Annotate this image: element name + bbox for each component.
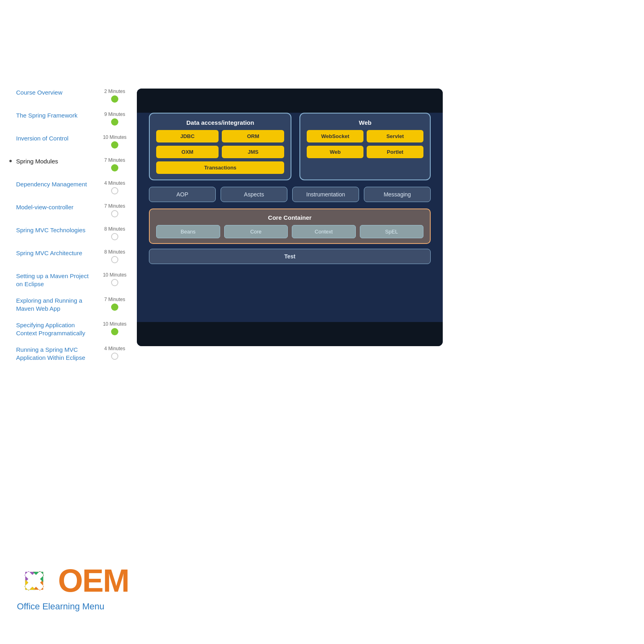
sidebar-item-label: Exploring and Running a Maven Web App xyxy=(16,297,101,312)
oem-text: OEM xyxy=(58,565,129,597)
spel-btn: SpEL xyxy=(360,225,424,238)
svg-marker-2 xyxy=(20,580,35,595)
content-area: Data access/integration JDBC ORM OXM JMS… xyxy=(137,89,644,370)
web-btn: Web xyxy=(307,146,363,158)
aop-box: AOP xyxy=(149,187,216,202)
sidebar-item-spring-framework[interactable]: The Spring Framework9 Minutes xyxy=(16,111,129,126)
sidebar-item-minutes: 2 Minutes xyxy=(104,89,125,94)
sidebar-item-label: Specifying Application Context Programma… xyxy=(16,321,101,337)
web-grid: WebSocket Servlet Web Portlet xyxy=(307,130,423,158)
diagram-container: Data access/integration JDBC ORM OXM JMS… xyxy=(137,89,443,346)
middle-row: AOP Aspects Instrumentation Messaging xyxy=(149,187,431,202)
sidebar-item-model-view-controller[interactable]: Model-view-controller7 Minutes xyxy=(16,203,129,217)
data-access-module: Data access/integration JDBC ORM OXM JMS… xyxy=(149,113,291,180)
sidebar-item-minutes: 8 Minutes xyxy=(104,249,125,255)
sidebar-item-meta: 9 Minutes xyxy=(101,111,129,126)
sidebar-item-dot xyxy=(111,279,118,286)
sidebar-item-dot xyxy=(111,210,118,217)
sidebar-item-label: Spring MVC Architecture xyxy=(16,249,101,257)
sidebar-item-dot xyxy=(111,233,118,240)
transactions-btn: Transactions xyxy=(156,161,284,174)
sidebar-item-label: Dependency Management xyxy=(16,180,101,188)
svg-marker-3 xyxy=(33,567,48,582)
diagram-inner: Data access/integration JDBC ORM OXM JMS… xyxy=(149,113,431,264)
sidebar-item-minutes: 8 Minutes xyxy=(104,226,125,232)
servlet-btn: Servlet xyxy=(367,130,423,142)
sidebar-item-label: Spring MVC Technologies xyxy=(16,226,101,234)
sidebar-item-meta: 7 Minutes xyxy=(101,203,129,217)
core-btn: Core xyxy=(224,225,288,238)
sidebar-item-dot xyxy=(111,95,118,103)
sidebar-item-dot xyxy=(111,141,118,149)
svg-marker-5 xyxy=(20,580,35,595)
sidebar-item-inversion-control[interactable]: Inversion of Control10 Minutes xyxy=(16,134,129,149)
svg-marker-1 xyxy=(33,580,48,595)
logo-row: OEM xyxy=(16,563,129,599)
jdbc-btn: JDBC xyxy=(156,130,219,142)
test-row: Test xyxy=(149,249,431,264)
sidebar-item-app-context[interactable]: Specifying Application Context Programma… xyxy=(16,321,129,337)
sidebar-item-minutes: 4 Minutes xyxy=(104,180,125,186)
sidebar-item-label: Spring Modules xyxy=(16,157,101,165)
sidebar-item-meta: 8 Minutes xyxy=(101,226,129,240)
data-access-title: Data access/integration xyxy=(156,119,284,126)
sidebar-item-minutes: 10 Minutes xyxy=(103,272,127,278)
sidebar-item-dot xyxy=(111,303,118,311)
sidebar-item-meta: 4 Minutes xyxy=(101,346,129,360)
sidebar-item-label: Model-view-controller xyxy=(16,203,101,211)
instrumentation-box: Instrumentation xyxy=(292,187,359,202)
sidebar: Course Overview2 MinutesThe Spring Frame… xyxy=(0,89,137,370)
jms-btn: JMS xyxy=(222,146,284,158)
sidebar-item-dot xyxy=(111,328,118,335)
sidebar-item-label: The Spring Framework xyxy=(16,111,101,120)
sidebar-item-meta: 10 Minutes xyxy=(101,321,129,335)
sidebar-item-label: Setting up a Maven Project on Eclipse xyxy=(16,272,101,288)
sidebar-item-maven-project[interactable]: Setting up a Maven Project on Eclipse10 … xyxy=(16,272,129,288)
sidebar-item-minutes: 7 Minutes xyxy=(104,157,125,163)
oem-logo-icon xyxy=(16,563,52,599)
context-btn: Context xyxy=(292,225,356,238)
beans-btn: Beans xyxy=(156,225,220,238)
sidebar-item-course-overview[interactable]: Course Overview2 Minutes xyxy=(16,89,129,103)
sidebar-item-spring-mvc-tech[interactable]: Spring MVC Technologies8 Minutes xyxy=(16,226,129,240)
oxm-btn: OXM xyxy=(156,146,219,158)
sidebar-item-meta: 2 Minutes xyxy=(101,89,129,103)
sidebar-item-spring-eclipse[interactable]: Running a Spring MVC Application Within … xyxy=(16,346,129,361)
websocket-btn: WebSocket xyxy=(307,130,363,142)
messaging-box: Messaging xyxy=(364,187,431,202)
web-title: Web xyxy=(307,119,423,126)
sidebar-item-dot xyxy=(111,164,118,171)
data-access-grid: JDBC ORM OXM JMS Transactions xyxy=(156,130,284,174)
sidebar-item-dot xyxy=(111,187,118,194)
main-container: Course Overview2 MinutesThe Spring Frame… xyxy=(0,0,644,370)
sidebar-item-meta: 4 Minutes xyxy=(101,180,129,194)
sidebar-item-meta: 7 Minutes xyxy=(101,297,129,311)
orm-btn: ORM xyxy=(222,130,284,142)
core-container-title: Core Container xyxy=(156,214,423,221)
sidebar-item-dependency-mgmt[interactable]: Dependency Management4 Minutes xyxy=(16,180,129,194)
sidebar-item-minutes: 7 Minutes xyxy=(104,203,125,209)
sidebar-item-label: Inversion of Control xyxy=(16,134,101,142)
sidebar-item-minutes: 7 Minutes xyxy=(104,297,125,302)
logo-subtitle: Office Elearning Menu xyxy=(17,601,104,612)
sidebar-item-meta: 10 Minutes xyxy=(101,272,129,286)
sidebar-item-spring-modules[interactable]: Spring Modules7 Minutes xyxy=(16,157,129,171)
aspects-box: Aspects xyxy=(221,187,287,202)
logo-area: OEM Office Elearning Menu xyxy=(16,563,129,612)
sidebar-item-meta: 10 Minutes xyxy=(101,134,129,149)
portlet-btn: Portlet xyxy=(367,146,423,158)
sidebar-item-meta: 8 Minutes xyxy=(101,249,129,263)
sidebar-item-maven-web-app[interactable]: Exploring and Running a Maven Web App7 M… xyxy=(16,297,129,312)
sidebar-item-spring-mvc-arch[interactable]: Spring MVC Architecture8 Minutes xyxy=(16,249,129,263)
web-module: Web WebSocket Servlet Web Portlet xyxy=(299,113,431,180)
sidebar-item-minutes: 4 Minutes xyxy=(104,346,125,351)
core-container-module: Core Container Beans Core Context SpEL xyxy=(149,208,431,244)
sidebar-item-meta: 7 Minutes xyxy=(101,157,129,171)
sidebar-item-dot xyxy=(111,353,118,360)
svg-marker-0 xyxy=(20,567,35,582)
sidebar-item-label: Running a Spring MVC Application Within … xyxy=(16,346,101,361)
sidebar-item-minutes: 10 Minutes xyxy=(103,321,127,327)
sidebar-item-dot xyxy=(111,118,118,126)
top-modules-row: Data access/integration JDBC ORM OXM JMS… xyxy=(149,113,431,180)
core-grid: Beans Core Context SpEL xyxy=(156,225,423,238)
